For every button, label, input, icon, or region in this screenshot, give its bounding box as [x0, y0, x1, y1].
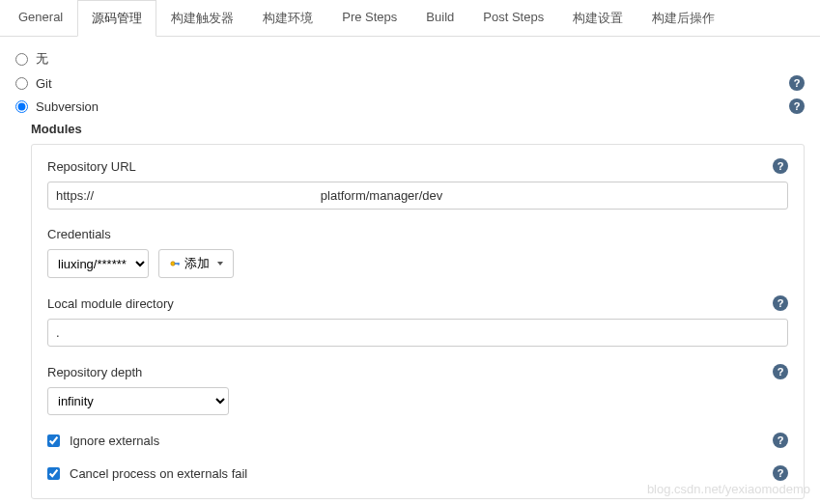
repo-url-label: Repository URL: [47, 159, 136, 174]
add-button-label: 添加: [184, 255, 210, 272]
local-dir-label: Local module directory: [47, 296, 174, 311]
help-icon[interactable]: ?: [789, 75, 805, 91]
tab-scm[interactable]: 源码管理: [77, 0, 156, 37]
add-credentials-button[interactable]: 添加: [158, 249, 234, 278]
scm-svn-row: Subversion ?: [15, 98, 805, 114]
depth-label: Repository depth: [47, 365, 142, 379]
tab-build[interactable]: Build: [411, 0, 468, 36]
local-dir-input[interactable]: [47, 319, 788, 347]
credentials-label: Credentials: [47, 227, 111, 241]
cancel-on-fail-row: Cancel process on externals fail ?: [47, 465, 788, 481]
credentials-select[interactable]: liuxing/******: [47, 249, 149, 278]
depth-group: Repository depth ? infinity: [47, 364, 788, 415]
scm-git-label: Git: [36, 76, 789, 91]
scm-none-radio[interactable]: [15, 53, 28, 66]
scm-svn-label: Subversion: [36, 99, 789, 114]
scm-svn-radio[interactable]: [15, 100, 28, 113]
svg-rect-2: [178, 263, 179, 266]
scm-git-radio[interactable]: [15, 77, 28, 90]
help-icon[interactable]: ?: [773, 364, 788, 379]
depth-select[interactable]: infinity: [47, 387, 229, 415]
help-icon[interactable]: ?: [789, 98, 805, 114]
tab-pre-steps[interactable]: Pre Steps: [327, 0, 411, 36]
tab-post-build[interactable]: 构建后操作: [637, 0, 729, 36]
tab-bar: General 源码管理 构建触发器 构建环境 Pre Steps Build …: [0, 0, 820, 37]
tab-triggers[interactable]: 构建触发器: [156, 0, 248, 36]
repo-url-group: Repository URL ?: [47, 158, 788, 210]
tab-post-steps[interactable]: Post Steps: [468, 0, 558, 36]
ignore-externals-row: Ignore externals ?: [47, 433, 788, 448]
modules-heading: Modules: [31, 122, 805, 136]
scm-none-row: 无: [15, 50, 805, 68]
tab-build-settings[interactable]: 构建设置: [558, 0, 637, 36]
content-area: 无 Git ? Subversion ? Modules Repository …: [0, 37, 820, 504]
scm-git-row: Git ?: [15, 75, 805, 91]
modules-box: Repository URL ? Credentials liuxing/***…: [31, 144, 805, 499]
cancel-on-fail-label: Cancel process on externals fail: [70, 466, 773, 481]
help-icon[interactable]: ?: [773, 465, 788, 481]
cancel-on-fail-checkbox[interactable]: [47, 467, 60, 480]
help-icon[interactable]: ?: [773, 295, 788, 311]
tab-env[interactable]: 构建环境: [248, 0, 327, 36]
local-dir-group: Local module directory ?: [47, 295, 788, 347]
tab-general[interactable]: General: [4, 0, 77, 36]
help-icon[interactable]: ?: [773, 433, 788, 448]
ignore-externals-checkbox[interactable]: [47, 434, 60, 447]
credentials-group: Credentials liuxing/****** 添加: [47, 227, 788, 278]
ignore-externals-label: Ignore externals: [70, 434, 773, 448]
help-icon[interactable]: ?: [773, 158, 788, 174]
key-icon: [169, 258, 181, 269]
repo-url-input[interactable]: [47, 182, 788, 210]
scm-none-label: 无: [36, 50, 805, 68]
